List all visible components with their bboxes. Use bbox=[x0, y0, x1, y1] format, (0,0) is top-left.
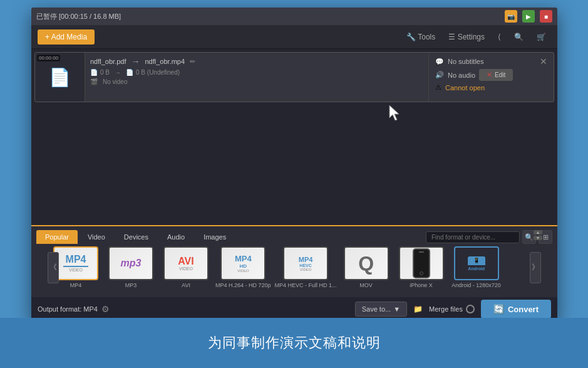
merge-files-label: Merge files bbox=[429, 305, 463, 313]
share-button[interactable]: ⟨ bbox=[493, 30, 506, 44]
save-to-chevron: ▼ bbox=[393, 305, 400, 313]
error-status-row: ⚠ Cannot open bbox=[435, 83, 547, 92]
format-item-mp3[interactable]: mp3 MP3 bbox=[105, 246, 157, 288]
play-button[interactable]: ▶ bbox=[522, 10, 535, 23]
tools-button[interactable]: 🔧 Tools bbox=[401, 30, 440, 44]
media-item: 00:00:00 📄 ndfl_obr.pdf → ndfl_obr.mp4 ✏… bbox=[34, 52, 554, 102]
tab-popular[interactable]: Popular bbox=[36, 230, 78, 244]
android-label: Android - 1280x720 bbox=[451, 282, 501, 288]
stop-button[interactable]: ■ bbox=[540, 10, 552, 23]
format-item-iphone[interactable]: iPhone X bbox=[396, 246, 447, 288]
source-file-icon: 📄 0 B bbox=[90, 69, 110, 76]
format-item-android[interactable]: 📱 Android Android - 1280x720 bbox=[451, 246, 502, 288]
status-close-button[interactable]: ✕ bbox=[540, 56, 547, 66]
format-tabs-row: Popular Video Devices Audio Images 🔍 ⊞ ▲… bbox=[31, 226, 557, 244]
cannot-open-label: Cannot open bbox=[445, 84, 485, 92]
empty-media-area bbox=[31, 149, 557, 225]
output-format: Output format: MP4 ⚙ bbox=[38, 304, 110, 314]
warning-icon: ⚠ bbox=[435, 83, 441, 92]
cursor bbox=[388, 104, 401, 122]
video-icon: 🎬 bbox=[90, 78, 98, 85]
mov-label: MOV bbox=[359, 282, 373, 288]
mp4-line bbox=[63, 266, 88, 267]
file-doc-icon: 📄 bbox=[90, 69, 98, 76]
mp4-video-label: VIDEO bbox=[69, 268, 83, 272]
media-info: ndfl_obr.pdf → ndfl_obr.mp4 ✏ 📄 0 B → 📄 … bbox=[85, 53, 428, 102]
mp4hd-label: MP4 H.264 - HD 720p bbox=[215, 282, 271, 288]
source-size: 0 B bbox=[100, 69, 110, 76]
no-audio-label: No audio bbox=[448, 71, 475, 79]
subtitle-icon: 💬 bbox=[435, 58, 444, 66]
app-window: 已暂停 [00:00:15 / 16.8 MB] 📷 ▶ ■ + Add Med… bbox=[31, 8, 557, 321]
file-icon: 📄 bbox=[49, 67, 71, 88]
cart-button[interactable]: 🛒 bbox=[532, 30, 551, 44]
search-toolbar-button[interactable]: 🔍 bbox=[509, 30, 529, 44]
mp3-text: mp3 bbox=[121, 258, 142, 268]
convert-button[interactable]: 🔄 Convert bbox=[481, 300, 551, 318]
tab-video[interactable]: Video bbox=[79, 230, 114, 244]
source-filename: ndfl_obr.pdf bbox=[90, 58, 126, 65]
arrow-small: → bbox=[115, 69, 121, 76]
media-filenames: ndfl_obr.pdf → ndfl_obr.mp4 ✏ bbox=[90, 56, 423, 66]
add-media-button[interactable]: + Add Media bbox=[38, 29, 95, 45]
iphone-icon-box bbox=[399, 246, 444, 280]
format-search-input[interactable] bbox=[426, 231, 520, 243]
avi-label: AVI bbox=[182, 282, 190, 288]
folder-icon[interactable]: 📁 bbox=[413, 305, 423, 313]
no-subtitles-label: No subtitles bbox=[448, 58, 483, 65]
format-icons-list: MP4 VIDEO MP4 mp3 MP3 bbox=[46, 244, 542, 291]
scroll-up-arrow: ▲ bbox=[534, 230, 542, 234]
save-to-button[interactable]: Save to... ▼ bbox=[355, 302, 407, 317]
scroll-left-button[interactable]: 《 bbox=[48, 252, 59, 283]
media-area: 00:00:00 📄 ndfl_obr.pdf → ndfl_obr.mp4 ✏… bbox=[31, 49, 557, 149]
mp3-label: MP3 bbox=[125, 282, 137, 288]
target-props: 📄 0 B (Undefined) bbox=[126, 69, 180, 76]
video-props: 🎬 No video bbox=[90, 78, 423, 85]
title-bar-status: 已暂停 [00:00:15 / 16.8 MB] bbox=[36, 12, 500, 21]
x-icon: ✕ bbox=[487, 71, 492, 79]
format-item-mp4hd[interactable]: MP4 HD VIDEO MP4 H.264 - HD 720p bbox=[215, 246, 271, 288]
mp4hevc-label: MP4 HEVC - Full HD 1... bbox=[275, 282, 337, 288]
top-toolbar: + Add Media 🔧 Tools ☰ Settings ⟨ 🔍 🛒 bbox=[31, 25, 557, 49]
arrow-icon: → bbox=[132, 56, 140, 66]
format-search-area: 🔍 ⊞ ▲ ▼ bbox=[426, 230, 552, 244]
scroll-indicator: ▲ ▼ bbox=[534, 230, 542, 240]
audio-status-row: 🔊 No audio ✕ Edit bbox=[435, 69, 547, 81]
timecode: 00:00:00 bbox=[37, 55, 60, 61]
format-item-avi[interactable]: AVI VIDEO AVI bbox=[160, 246, 212, 288]
format-item-mp4hevc[interactable]: MP4 HEVC VIDEO MP4 HEVC - Full HD 1... bbox=[275, 246, 337, 288]
convert-label: Convert bbox=[508, 305, 539, 314]
iphone-label: iPhone X bbox=[410, 282, 433, 288]
scroll-right-button[interactable]: 》 bbox=[530, 252, 541, 283]
mp3-icon-box: mp3 bbox=[108, 246, 153, 280]
add-media-label: + Add Media bbox=[45, 33, 87, 41]
camera-button[interactable]: 📷 bbox=[505, 10, 517, 23]
mp4-label: MP4 bbox=[70, 282, 82, 288]
settings-button[interactable]: ☰ Settings bbox=[443, 30, 490, 44]
format-icons-container: 《 MP4 VIDEO MP4 bbox=[46, 244, 542, 291]
format-area: Popular Video Devices Audio Images 🔍 ⊞ ▲… bbox=[31, 225, 557, 297]
media-thumbnail: 00:00:00 📄 bbox=[35, 53, 85, 102]
format-item-mov[interactable]: Q MOV bbox=[341, 246, 392, 288]
android-icon-box: 📱 Android bbox=[454, 246, 499, 280]
target-filename: ndfl_obr.mp4 bbox=[145, 58, 185, 65]
filename-edit-button[interactable]: ✏ bbox=[190, 58, 195, 66]
avi-icon-box: AVI VIDEO bbox=[163, 246, 209, 280]
avi-text: AVI bbox=[178, 256, 193, 266]
mp4hevc-icon-box: MP4 HEVC VIDEO bbox=[283, 246, 328, 280]
merge-circle-icon bbox=[466, 305, 475, 313]
mp4-icon-box: MP4 VIDEO bbox=[53, 246, 98, 280]
source-props: 📄 0 B → 📄 0 B (Undefined) bbox=[90, 69, 423, 76]
tab-images[interactable]: Images bbox=[195, 230, 235, 244]
audio-edit-button[interactable]: ✕ Edit bbox=[479, 69, 513, 81]
save-to-label: Save to... bbox=[362, 305, 391, 313]
scroll-down-arrow: ▼ bbox=[534, 236, 542, 240]
edit-label: Edit bbox=[495, 71, 505, 78]
merge-files: Merge files bbox=[429, 305, 475, 313]
output-settings-gear[interactable]: ⚙ bbox=[101, 304, 110, 314]
tab-audio[interactable]: Audio bbox=[158, 230, 193, 244]
tab-devices[interactable]: Devices bbox=[115, 230, 157, 244]
output-format-label: Output format: MP4 bbox=[38, 305, 98, 313]
bottom-text: 为同事制作演示文稿和说明 bbox=[208, 334, 381, 352]
mov-icon-box: Q bbox=[344, 246, 389, 280]
